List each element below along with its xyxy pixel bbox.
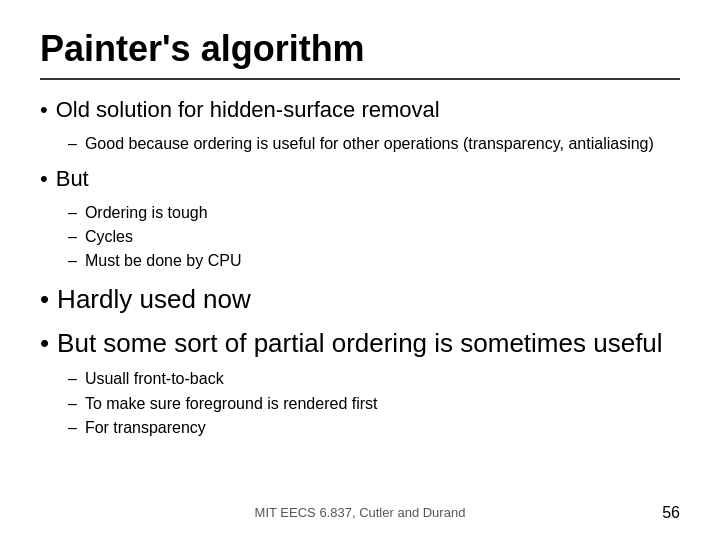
- sub-dash-2-3: –: [68, 250, 77, 272]
- sub-text-4-1: Usuall front-to-back: [85, 368, 224, 390]
- sub-dash-4-3: –: [68, 417, 77, 439]
- title-section: Painter's algorithm: [40, 28, 680, 80]
- sub-bullet-4-1: – Usuall front-to-back: [68, 368, 680, 390]
- bullet-item-2: • But: [40, 165, 680, 194]
- bullet-group-3: • Hardly used now: [40, 283, 680, 317]
- bullet-dot-3: •: [40, 283, 49, 317]
- bullet-dot-1: •: [40, 96, 48, 125]
- slide: Painter's algorithm • Old solution for h…: [0, 0, 720, 540]
- sub-bullets-1: – Good because ordering is useful for ot…: [68, 133, 680, 155]
- slide-title: Painter's algorithm: [40, 28, 680, 70]
- sub-bullet-2-1: – Ordering is tough: [68, 202, 680, 224]
- sub-dash-1-1: –: [68, 133, 77, 155]
- bullet-text-3: Hardly used now: [57, 283, 251, 317]
- sub-text-4-3: For transparency: [85, 417, 206, 439]
- bullet-item-4: • But some sort of partial ordering is s…: [40, 327, 680, 361]
- sub-text-1-1: Good because ordering is useful for othe…: [85, 133, 654, 155]
- page-number: 56: [662, 504, 680, 522]
- footer-citation: MIT EECS 6.837, Cutler and Durand: [255, 505, 466, 520]
- sub-bullets-2: – Ordering is tough – Cycles – Must be d…: [68, 202, 680, 273]
- sub-text-2-2: Cycles: [85, 226, 133, 248]
- sub-dash-2-2: –: [68, 226, 77, 248]
- sub-text-2-3: Must be done by CPU: [85, 250, 242, 272]
- sub-text-4-2: To make sure foreground is rendered firs…: [85, 393, 378, 415]
- bullet-dot-4: •: [40, 327, 49, 361]
- sub-dash-2-1: –: [68, 202, 77, 224]
- slide-content: • Old solution for hidden-surface remova…: [40, 96, 680, 497]
- bullet-text-2: But: [56, 165, 89, 194]
- bullet-text-1: Old solution for hidden-surface removal: [56, 96, 440, 125]
- bullet-item-3: • Hardly used now: [40, 283, 680, 317]
- bullet-item-1: • Old solution for hidden-surface remova…: [40, 96, 680, 125]
- bullet-text-4: But some sort of partial ordering is som…: [57, 327, 662, 361]
- sub-bullet-2-2: – Cycles: [68, 226, 680, 248]
- bullet-group-1: • Old solution for hidden-surface remova…: [40, 96, 680, 155]
- bullet-group-2: • But – Ordering is tough – Cycles – Mus…: [40, 165, 680, 273]
- bullet-dot-2: •: [40, 165, 48, 194]
- sub-dash-4-2: –: [68, 393, 77, 415]
- slide-footer: MIT EECS 6.837, Cutler and Durand 56: [40, 497, 680, 520]
- sub-bullets-4: – Usuall front-to-back – To make sure fo…: [68, 368, 680, 439]
- bullet-group-4: • But some sort of partial ordering is s…: [40, 327, 680, 440]
- sub-bullet-2-3: – Must be done by CPU: [68, 250, 680, 272]
- sub-bullet-1-1: – Good because ordering is useful for ot…: [68, 133, 680, 155]
- sub-dash-4-1: –: [68, 368, 77, 390]
- sub-bullet-4-2: – To make sure foreground is rendered fi…: [68, 393, 680, 415]
- sub-text-2-1: Ordering is tough: [85, 202, 208, 224]
- sub-bullet-4-3: – For transparency: [68, 417, 680, 439]
